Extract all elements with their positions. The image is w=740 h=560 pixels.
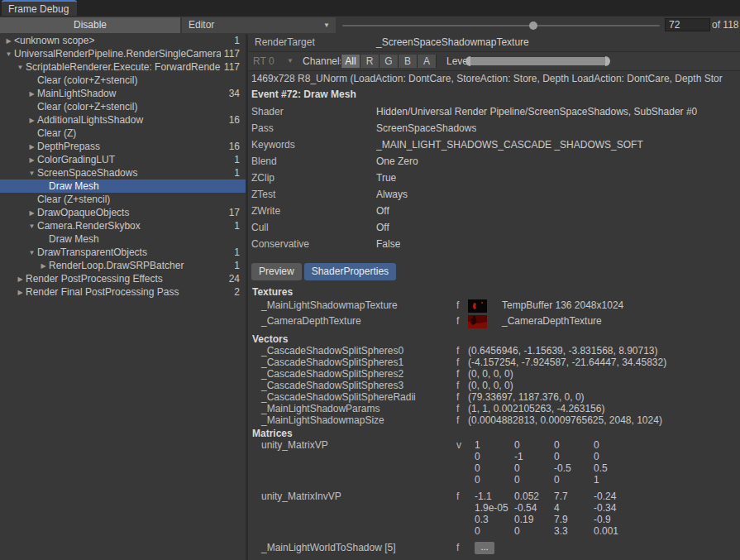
vector-flag: f bbox=[456, 345, 468, 357]
expand-arrow-icon[interactable]: ▶ bbox=[26, 143, 37, 151]
channel-button-a[interactable]: A bbox=[418, 55, 437, 68]
property-label: Cull bbox=[251, 219, 376, 236]
texture-thumbnail-depth[interactable] bbox=[468, 315, 502, 328]
expand-arrow-icon[interactable]: ▶ bbox=[26, 117, 37, 124]
tab-shaderproperties[interactable]: ShaderProperties bbox=[304, 263, 396, 280]
vector-row: _MainLightShadowParamsf(1, 1, 0.00210526… bbox=[248, 403, 740, 414]
expand-arrow-icon[interactable]: ▶ bbox=[26, 90, 37, 98]
tree-row[interactable]: Clear (color+Z+stencil) bbox=[0, 74, 246, 87]
levels-range-bar[interactable] bbox=[470, 57, 605, 65]
property-value: One Zero bbox=[376, 153, 418, 170]
matrix-name: unity_MatrixInvVP bbox=[248, 491, 456, 502]
vector-row: _CascadeShadowSplitSphereRadiif(79.33697… bbox=[248, 391, 740, 403]
property-value: False bbox=[376, 236, 400, 252]
property-value: _MAIN_LIGHT_SHADOWS_CASCADE _SHADOWS_SOF… bbox=[376, 136, 643, 153]
tree-row-count: 24 bbox=[226, 273, 246, 285]
tree-row[interactable]: Clear (color+Z+stencil) bbox=[0, 100, 246, 113]
property-label: ZWrite bbox=[251, 203, 376, 219]
target-dropdown[interactable]: Editor ▼ bbox=[182, 17, 336, 33]
vector-flag: f bbox=[456, 368, 468, 380]
channel-button-b[interactable]: B bbox=[399, 55, 418, 68]
tree-row[interactable]: Clear (Z) bbox=[0, 127, 246, 140]
tree-row[interactable]: Draw Mesh bbox=[0, 179, 246, 193]
tree-row[interactable]: ▼DrawTransparentObjects1 bbox=[0, 246, 246, 259]
property-value: ScreenSpaceShadows bbox=[376, 120, 476, 136]
frame-debug-tab[interactable]: Frame Debug bbox=[2, 0, 77, 16]
channels-label: Channels bbox=[303, 52, 345, 70]
rt-dropdown-label: RT 0 bbox=[253, 55, 275, 67]
matrix-name: unity_MatrixVP bbox=[248, 439, 456, 451]
expand-arrow-icon[interactable]: ▶ bbox=[26, 156, 37, 164]
matrix-flag: v bbox=[456, 439, 475, 451]
tree-row[interactable]: ▶ColorGradingLUT1 bbox=[0, 153, 246, 166]
tree-row[interactable]: ▶MainLightShadow34 bbox=[0, 87, 246, 100]
tree-row[interactable]: ▶Render PostProcessing Effects24 bbox=[0, 272, 246, 285]
channel-button-all[interactable]: All bbox=[341, 55, 360, 68]
matrix-cell: -0.9 bbox=[594, 514, 633, 525]
vector-flag: f bbox=[456, 414, 468, 426]
tree-row[interactable]: Clear (Z+stencil) bbox=[0, 193, 246, 206]
matrix-cell: 0 bbox=[475, 525, 514, 537]
matrix-cell: 0.3 bbox=[475, 514, 514, 525]
tree-row-count: 117 bbox=[221, 48, 246, 60]
texture-thumbnail-shadowmap[interactable] bbox=[468, 299, 502, 313]
tree-row[interactable]: ▼ScreenSpaceShadows1 bbox=[0, 166, 246, 179]
event-tree: ▶<unknown scope>1▼UniversalRenderPipelin… bbox=[0, 34, 248, 560]
expand-arrow-icon[interactable]: ▶ bbox=[15, 289, 26, 296]
channel-button-r[interactable]: R bbox=[360, 55, 380, 68]
levels-max-handle[interactable] bbox=[605, 56, 610, 66]
tree-row-label: DepthPrepass bbox=[37, 141, 226, 152]
matrix-ellipsis-button[interactable]: ... bbox=[475, 542, 494, 554]
tree-row[interactable]: ▶AdditionalLightsShadow16 bbox=[0, 113, 246, 127]
collapse-arrow-icon[interactable]: ▼ bbox=[3, 50, 14, 58]
tree-row[interactable]: ▼Camera.RenderSkybox1 bbox=[0, 219, 246, 232]
property-label: Blend bbox=[251, 153, 376, 170]
tree-row[interactable]: ▶<unknown scope>1 bbox=[0, 34, 246, 47]
tree-row[interactable]: ▶Render Final PostProcessing Pass2 bbox=[0, 285, 246, 299]
preview-shaderproperties-tabs: PreviewShaderProperties bbox=[251, 263, 396, 280]
tree-row-label: Clear (color+Z+stencil) bbox=[37, 74, 236, 86]
texture-row: _CameraDepthTexturef_CameraDepthTexture bbox=[248, 314, 740, 329]
expand-arrow-icon[interactable]: ▶ bbox=[3, 37, 14, 45]
matrix-values: 10000-10000-0.50.50001 bbox=[475, 439, 633, 486]
levels-slider[interactable] bbox=[465, 56, 610, 66]
collapse-arrow-icon[interactable]: ▼ bbox=[26, 249, 37, 256]
tab-preview[interactable]: Preview bbox=[251, 263, 302, 280]
tree-row[interactable]: ▼ScriptableRenderer.Execute: ForwardRend… bbox=[0, 60, 246, 74]
collapse-arrow-icon[interactable]: ▼ bbox=[26, 223, 37, 230]
expand-arrow-icon[interactable]: ▶ bbox=[15, 275, 26, 283]
vector-value: (0.6456946, -1.15639, -3.831568, 8.90713… bbox=[468, 345, 658, 357]
tree-row-label: ScreenSpaceShadows bbox=[37, 167, 231, 179]
matrix-cell: -1 bbox=[514, 451, 554, 462]
frame-slider-handle[interactable] bbox=[529, 22, 537, 30]
matrix-cell: 0 bbox=[594, 439, 633, 451]
property-row: BlendOne Zero bbox=[251, 153, 740, 170]
frame-number-field[interactable] bbox=[665, 18, 710, 31]
vector-flag: f bbox=[456, 391, 468, 403]
tree-row[interactable]: Draw Mesh bbox=[0, 232, 246, 246]
surface-info: 1469x728 R8_UNorm (LoadAction: DontCare,… bbox=[251, 73, 740, 84]
disable-button[interactable]: Disable bbox=[0, 17, 180, 33]
tree-row[interactable]: ▼UniversalRenderPipeline.RenderSingleCam… bbox=[0, 47, 246, 60]
tree-row-label: Clear (color+Z+stencil) bbox=[37, 101, 236, 112]
tree-row[interactable]: ▶RenderLoop.DrawSRPBatcher1 bbox=[0, 259, 246, 272]
collapse-arrow-icon[interactable]: ▼ bbox=[15, 64, 26, 71]
tree-row[interactable]: ▶DrawOpaqueObjects17 bbox=[0, 206, 246, 219]
property-value: Always bbox=[376, 186, 408, 203]
frame-slider[interactable] bbox=[342, 25, 660, 26]
tree-row-count: 2 bbox=[231, 286, 246, 298]
rt-dropdown[interactable]: RT 0 ▼ bbox=[253, 52, 299, 70]
matrix-cell: 1.9e-05 bbox=[475, 502, 514, 514]
tree-row[interactable]: ▶DepthPrepass16 bbox=[0, 140, 246, 153]
matrix-flag: f bbox=[456, 542, 475, 553]
vector-value: (0, 0, 0, 0) bbox=[468, 368, 513, 380]
expand-arrow-icon[interactable]: ▶ bbox=[26, 209, 37, 217]
channel-button-g[interactable]: G bbox=[380, 55, 399, 68]
tree-row-label: ColorGradingLUT bbox=[37, 154, 231, 165]
chevron-down-icon: ▼ bbox=[287, 52, 294, 70]
property-label: ZClip bbox=[251, 170, 376, 186]
expand-arrow-icon[interactable]: ▶ bbox=[38, 262, 49, 270]
tree-row-label: Render Final PostProcessing Pass bbox=[26, 286, 231, 298]
collapse-arrow-icon[interactable]: ▼ bbox=[26, 170, 37, 177]
matrix-cell: -0.34 bbox=[594, 502, 633, 514]
